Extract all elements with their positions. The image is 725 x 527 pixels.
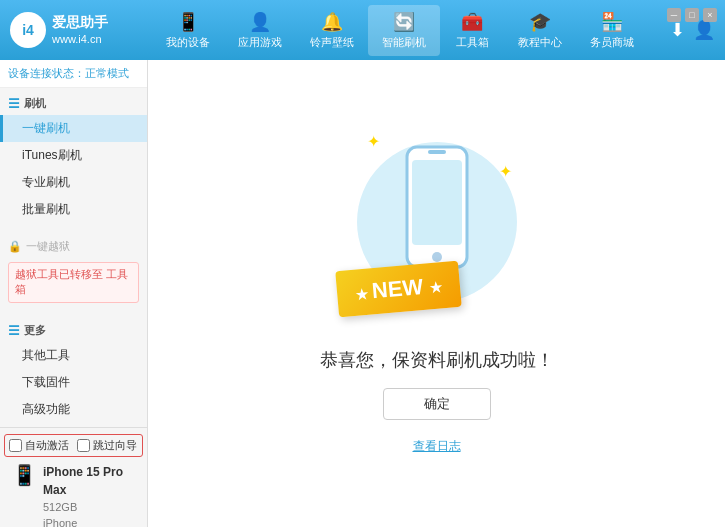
view-log-link[interactable]: 查看日志	[413, 438, 461, 455]
sidebar-item-itunes-flash[interactable]: iTunes刷机	[0, 142, 147, 169]
sidebar-item-advanced[interactable]: 高级功能	[0, 396, 147, 423]
sidebar-item-download-firmware[interactable]: 下载固件	[0, 369, 147, 396]
auto-activate-checkbox[interactable]	[9, 439, 22, 452]
logo-text: 爱思助手 www.i4.cn	[52, 13, 108, 48]
smart-flash-icon: 🔄	[393, 11, 415, 33]
flash-group-label: ☰ 刷机	[0, 92, 147, 115]
nav-tab-ringtone[interactable]: 🔔 铃声壁纸	[296, 5, 368, 56]
phone-svg	[402, 142, 472, 272]
skip-guide-checkbox[interactable]	[77, 439, 90, 452]
nav-tab-merchant[interactable]: 🏪 务员商城	[576, 5, 648, 56]
logo-icon: i4	[10, 12, 46, 48]
phone-container: ✦ ✦ ✦ NEW	[347, 132, 527, 332]
nav-tab-apps[interactable]: 👤 应用游戏	[224, 5, 296, 56]
nav-tab-tutorial[interactable]: 🎓 教程中心	[504, 5, 576, 56]
device-info: 📱 iPhone 15 Pro Max 512GB iPhone	[4, 457, 143, 527]
header-right: ⬇ 👤	[670, 19, 715, 41]
ringtone-icon: 🔔	[321, 11, 343, 33]
sidebar: 设备连接状态：正常模式 ☰ 刷机 一键刷机 iTunes刷机 专业刷机 批量刷机	[0, 60, 148, 527]
more-group-icon: ☰	[8, 323, 20, 338]
logo-area: i4 爱思助手 www.i4.cn	[10, 12, 130, 48]
svg-rect-2	[428, 150, 446, 154]
flash-section: ☰ 刷机 一键刷机 iTunes刷机 专业刷机 批量刷机	[0, 88, 147, 227]
minimize-button[interactable]: ─	[667, 8, 681, 22]
auto-activate-checkbox-label[interactable]: 自动激活	[9, 438, 69, 453]
success-illustration: ✦ ✦ ✦ NEW 恭喜您，保资料刷机	[320, 132, 554, 455]
flash-group-icon: ☰	[8, 96, 20, 111]
close-button[interactable]: ×	[703, 8, 717, 22]
more-group-label: ☰ 更多	[0, 319, 147, 342]
nav-tab-my-device[interactable]: 📱 我的设备	[152, 5, 224, 56]
jailbreak-disabled: 🔒 一键越狱	[0, 235, 147, 258]
app-header: i4 爱思助手 www.i4.cn 📱 我的设备 👤 应用游戏 🔔 铃声壁纸 🔄	[0, 0, 725, 60]
more-section: ☰ 更多 其他工具 下载固件 高级功能	[0, 315, 147, 427]
device-icon: 📱	[12, 463, 37, 487]
sidebar-item-one-click-flash[interactable]: 一键刷机	[0, 115, 147, 142]
download-button[interactable]: ⬇	[670, 19, 685, 41]
apps-icon: 👤	[249, 11, 271, 33]
sidebar-item-other-tools[interactable]: 其他工具	[0, 342, 147, 369]
maximize-button[interactable]: □	[685, 8, 699, 22]
nav-tabs: 📱 我的设备 👤 应用游戏 🔔 铃声壁纸 🔄 智能刷机 🧰 工具箱 🎓	[130, 5, 670, 56]
sparkle-icon-1: ✦	[367, 132, 380, 151]
lock-icon: 🔒	[8, 240, 22, 253]
jailbreak-warning: 越狱工具已转移至 工具箱	[8, 262, 139, 303]
svg-rect-1	[412, 160, 462, 245]
new-badge: NEW	[335, 261, 462, 318]
tutorial-icon: 🎓	[529, 11, 551, 33]
auto-row: 自动激活 跳过向导	[4, 434, 143, 457]
device-details: iPhone 15 Pro Max 512GB iPhone	[43, 463, 135, 527]
my-device-icon: 📱	[177, 11, 199, 33]
content-area: ✦ ✦ ✦ NEW 恭喜您，保资料刷机	[148, 60, 725, 527]
account-button[interactable]: 👤	[693, 19, 715, 41]
confirm-button[interactable]: 确定	[383, 388, 491, 420]
nav-tab-toolbox[interactable]: 🧰 工具箱	[440, 5, 504, 56]
sidebar-item-batch-flash[interactable]: 批量刷机	[0, 196, 147, 223]
sparkle-icon-2: ✦	[499, 162, 512, 181]
nav-tab-smart-flash[interactable]: 🔄 智能刷机	[368, 5, 440, 56]
svg-point-3	[432, 252, 442, 262]
merchant-icon: 🏪	[601, 11, 623, 33]
sidebar-bottom: 自动激活 跳过向导 📱 iPhone 15 Pro Max 512GB iPho…	[0, 427, 147, 527]
connection-status: 设备连接状态：正常模式	[0, 60, 147, 88]
sidebar-item-pro-flash[interactable]: 专业刷机	[0, 169, 147, 196]
main-content: 设备连接状态：正常模式 ☰ 刷机 一键刷机 iTunes刷机 专业刷机 批量刷机	[0, 60, 725, 527]
skip-guide-checkbox-label[interactable]: 跳过向导	[77, 438, 137, 453]
success-text: 恭喜您，保资料刷机成功啦！	[320, 348, 554, 372]
toolbox-icon: 🧰	[461, 11, 483, 33]
